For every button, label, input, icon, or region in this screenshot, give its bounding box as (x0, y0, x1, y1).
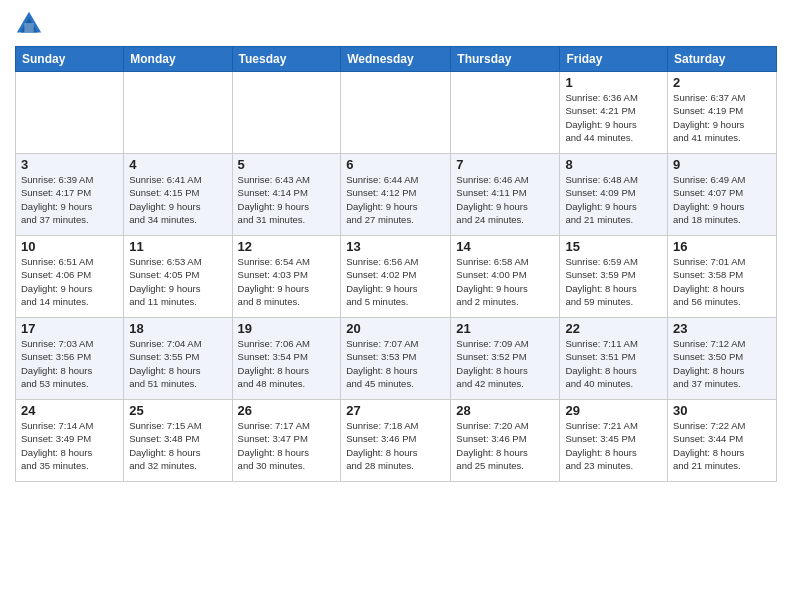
day-number: 19 (238, 321, 336, 336)
day-number: 11 (129, 239, 226, 254)
day-number: 29 (565, 403, 662, 418)
calendar-day-cell: 20Sunrise: 7:07 AM Sunset: 3:53 PM Dayli… (341, 318, 451, 400)
day-number: 10 (21, 239, 118, 254)
day-number: 21 (456, 321, 554, 336)
day-number: 13 (346, 239, 445, 254)
day-number: 23 (673, 321, 771, 336)
day-info: Sunrise: 7:12 AM Sunset: 3:50 PM Dayligh… (673, 337, 771, 390)
day-info: Sunrise: 6:43 AM Sunset: 4:14 PM Dayligh… (238, 173, 336, 226)
day-number: 15 (565, 239, 662, 254)
calendar-day-header: Friday (560, 47, 668, 72)
calendar-day-cell: 15Sunrise: 6:59 AM Sunset: 3:59 PM Dayli… (560, 236, 668, 318)
day-number: 24 (21, 403, 118, 418)
calendar-day-cell: 29Sunrise: 7:21 AM Sunset: 3:45 PM Dayli… (560, 400, 668, 482)
calendar-week-row: 17Sunrise: 7:03 AM Sunset: 3:56 PM Dayli… (16, 318, 777, 400)
calendar-day-header: Monday (124, 47, 232, 72)
calendar-day-header: Tuesday (232, 47, 341, 72)
calendar-week-row: 24Sunrise: 7:14 AM Sunset: 3:49 PM Dayli… (16, 400, 777, 482)
calendar-day-cell: 23Sunrise: 7:12 AM Sunset: 3:50 PM Dayli… (668, 318, 777, 400)
calendar-day-cell: 8Sunrise: 6:48 AM Sunset: 4:09 PM Daylig… (560, 154, 668, 236)
day-info: Sunrise: 7:15 AM Sunset: 3:48 PM Dayligh… (129, 419, 226, 472)
calendar-day-header: Wednesday (341, 47, 451, 72)
day-number: 22 (565, 321, 662, 336)
page-container: SundayMondayTuesdayWednesdayThursdayFrid… (0, 0, 792, 612)
day-info: Sunrise: 6:46 AM Sunset: 4:11 PM Dayligh… (456, 173, 554, 226)
day-info: Sunrise: 6:58 AM Sunset: 4:00 PM Dayligh… (456, 255, 554, 308)
calendar-day-cell: 12Sunrise: 6:54 AM Sunset: 4:03 PM Dayli… (232, 236, 341, 318)
day-number: 20 (346, 321, 445, 336)
day-info: Sunrise: 7:17 AM Sunset: 3:47 PM Dayligh… (238, 419, 336, 472)
day-info: Sunrise: 6:53 AM Sunset: 4:05 PM Dayligh… (129, 255, 226, 308)
day-number: 28 (456, 403, 554, 418)
svg-rect-2 (24, 23, 33, 32)
calendar-week-row: 10Sunrise: 6:51 AM Sunset: 4:06 PM Dayli… (16, 236, 777, 318)
calendar-day-cell: 10Sunrise: 6:51 AM Sunset: 4:06 PM Dayli… (16, 236, 124, 318)
day-info: Sunrise: 6:51 AM Sunset: 4:06 PM Dayligh… (21, 255, 118, 308)
day-info: Sunrise: 7:07 AM Sunset: 3:53 PM Dayligh… (346, 337, 445, 390)
calendar-day-cell (124, 72, 232, 154)
header (15, 10, 777, 38)
day-info: Sunrise: 7:11 AM Sunset: 3:51 PM Dayligh… (565, 337, 662, 390)
day-info: Sunrise: 7:20 AM Sunset: 3:46 PM Dayligh… (456, 419, 554, 472)
day-info: Sunrise: 7:09 AM Sunset: 3:52 PM Dayligh… (456, 337, 554, 390)
calendar-day-cell: 6Sunrise: 6:44 AM Sunset: 4:12 PM Daylig… (341, 154, 451, 236)
day-number: 25 (129, 403, 226, 418)
calendar-day-cell: 16Sunrise: 7:01 AM Sunset: 3:58 PM Dayli… (668, 236, 777, 318)
calendar-day-cell: 28Sunrise: 7:20 AM Sunset: 3:46 PM Dayli… (451, 400, 560, 482)
calendar-week-row: 3Sunrise: 6:39 AM Sunset: 4:17 PM Daylig… (16, 154, 777, 236)
day-info: Sunrise: 7:04 AM Sunset: 3:55 PM Dayligh… (129, 337, 226, 390)
calendar-day-cell: 5Sunrise: 6:43 AM Sunset: 4:14 PM Daylig… (232, 154, 341, 236)
day-info: Sunrise: 7:18 AM Sunset: 3:46 PM Dayligh… (346, 419, 445, 472)
day-number: 3 (21, 157, 118, 172)
day-info: Sunrise: 6:56 AM Sunset: 4:02 PM Dayligh… (346, 255, 445, 308)
day-number: 7 (456, 157, 554, 172)
calendar-day-cell (341, 72, 451, 154)
day-info: Sunrise: 6:59 AM Sunset: 3:59 PM Dayligh… (565, 255, 662, 308)
calendar: SundayMondayTuesdayWednesdayThursdayFrid… (15, 46, 777, 482)
day-info: Sunrise: 6:44 AM Sunset: 4:12 PM Dayligh… (346, 173, 445, 226)
calendar-day-cell: 18Sunrise: 7:04 AM Sunset: 3:55 PM Dayli… (124, 318, 232, 400)
calendar-day-cell: 30Sunrise: 7:22 AM Sunset: 3:44 PM Dayli… (668, 400, 777, 482)
day-number: 17 (21, 321, 118, 336)
day-info: Sunrise: 7:22 AM Sunset: 3:44 PM Dayligh… (673, 419, 771, 472)
calendar-day-cell (16, 72, 124, 154)
calendar-day-cell (451, 72, 560, 154)
calendar-day-cell: 21Sunrise: 7:09 AM Sunset: 3:52 PM Dayli… (451, 318, 560, 400)
day-info: Sunrise: 6:54 AM Sunset: 4:03 PM Dayligh… (238, 255, 336, 308)
day-info: Sunrise: 6:49 AM Sunset: 4:07 PM Dayligh… (673, 173, 771, 226)
calendar-header-row: SundayMondayTuesdayWednesdayThursdayFrid… (16, 47, 777, 72)
logo-icon (15, 10, 43, 38)
day-info: Sunrise: 7:03 AM Sunset: 3:56 PM Dayligh… (21, 337, 118, 390)
day-number: 4 (129, 157, 226, 172)
calendar-day-header: Thursday (451, 47, 560, 72)
calendar-day-cell: 27Sunrise: 7:18 AM Sunset: 3:46 PM Dayli… (341, 400, 451, 482)
day-number: 12 (238, 239, 336, 254)
day-info: Sunrise: 6:37 AM Sunset: 4:19 PM Dayligh… (673, 91, 771, 144)
calendar-week-row: 1Sunrise: 6:36 AM Sunset: 4:21 PM Daylig… (16, 72, 777, 154)
day-info: Sunrise: 6:39 AM Sunset: 4:17 PM Dayligh… (21, 173, 118, 226)
calendar-day-cell: 26Sunrise: 7:17 AM Sunset: 3:47 PM Dayli… (232, 400, 341, 482)
day-number: 6 (346, 157, 445, 172)
logo (15, 10, 47, 38)
calendar-day-cell: 25Sunrise: 7:15 AM Sunset: 3:48 PM Dayli… (124, 400, 232, 482)
day-number: 9 (673, 157, 771, 172)
calendar-day-cell: 1Sunrise: 6:36 AM Sunset: 4:21 PM Daylig… (560, 72, 668, 154)
day-info: Sunrise: 7:21 AM Sunset: 3:45 PM Dayligh… (565, 419, 662, 472)
day-number: 26 (238, 403, 336, 418)
calendar-day-cell: 11Sunrise: 6:53 AM Sunset: 4:05 PM Dayli… (124, 236, 232, 318)
calendar-day-header: Saturday (668, 47, 777, 72)
day-number: 16 (673, 239, 771, 254)
day-number: 14 (456, 239, 554, 254)
day-info: Sunrise: 7:06 AM Sunset: 3:54 PM Dayligh… (238, 337, 336, 390)
calendar-day-cell: 9Sunrise: 6:49 AM Sunset: 4:07 PM Daylig… (668, 154, 777, 236)
day-number: 8 (565, 157, 662, 172)
calendar-day-header: Sunday (16, 47, 124, 72)
calendar-day-cell (232, 72, 341, 154)
calendar-day-cell: 4Sunrise: 6:41 AM Sunset: 4:15 PM Daylig… (124, 154, 232, 236)
calendar-day-cell: 24Sunrise: 7:14 AM Sunset: 3:49 PM Dayli… (16, 400, 124, 482)
day-number: 30 (673, 403, 771, 418)
calendar-day-cell: 14Sunrise: 6:58 AM Sunset: 4:00 PM Dayli… (451, 236, 560, 318)
calendar-day-cell: 7Sunrise: 6:46 AM Sunset: 4:11 PM Daylig… (451, 154, 560, 236)
day-number: 1 (565, 75, 662, 90)
calendar-day-cell: 22Sunrise: 7:11 AM Sunset: 3:51 PM Dayli… (560, 318, 668, 400)
